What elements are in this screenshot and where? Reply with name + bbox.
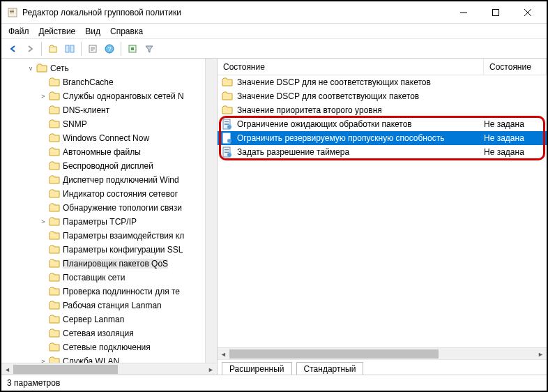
menu-action[interactable]: Действие xyxy=(39,27,76,36)
svg-rect-2 xyxy=(10,11,14,12)
tree-item[interactable]: >Параметры TCP/IP xyxy=(1,215,217,229)
policy-row[interactable]: Значение приоритета второго уровня xyxy=(218,103,547,117)
tree-item-label: Сетевые подключения xyxy=(63,342,151,352)
tree-item[interactable]: Планировщик пакетов QoS xyxy=(1,257,217,271)
tree-hscroll[interactable]: ◄ ► xyxy=(1,363,217,375)
tree-item[interactable]: Параметры взаимодействия кл xyxy=(1,229,217,243)
options-button[interactable] xyxy=(125,41,140,56)
tree-item-label: Планировщик пакетов QoS xyxy=(63,259,168,269)
menu-view[interactable]: Вид xyxy=(85,27,100,36)
minimize-button[interactable] xyxy=(448,2,480,23)
toolbar-separator xyxy=(81,42,82,56)
export-button[interactable] xyxy=(85,41,100,56)
menu-file[interactable]: Файл xyxy=(8,27,29,36)
menu-help[interactable]: Справка xyxy=(110,27,143,36)
tree[interactable]: vСетьBranchCache>Службы одноранговых сет… xyxy=(1,59,217,371)
list-hscroll[interactable]: ◄ ► xyxy=(218,347,547,359)
svg-rect-17 xyxy=(224,121,229,122)
policy-row[interactable]: Ограничение ожидающих обработки пакетовН… xyxy=(218,117,547,131)
folder-icon xyxy=(49,105,60,115)
tree-item[interactable]: Параметры конфигурации SSL xyxy=(1,243,217,257)
folder-icon xyxy=(49,175,60,185)
help-button[interactable]: ? xyxy=(102,41,117,56)
folder-icon xyxy=(49,203,60,213)
policy-name: Значение приоритета второго уровня xyxy=(237,105,484,115)
folder-icon xyxy=(49,273,60,282)
svg-rect-5 xyxy=(493,9,499,15)
chevron-right-icon[interactable]: > xyxy=(39,93,47,100)
policy-name: Задать разрешение таймера xyxy=(237,147,484,157)
tab-standard[interactable]: Стандартный xyxy=(296,362,364,375)
folder-icon xyxy=(49,161,60,171)
tree-item[interactable]: BranchCache xyxy=(1,75,217,89)
close-button[interactable] xyxy=(512,2,544,23)
chevron-down-icon[interactable]: v xyxy=(26,65,35,72)
window-title: Редактор локальной групповой политики xyxy=(22,8,448,17)
chevron-right-icon[interactable]: > xyxy=(39,218,47,225)
tree-item[interactable]: Обнаружение топологии связи xyxy=(1,201,217,215)
policy-row[interactable]: Значение DSCP для соответствующих пакето… xyxy=(218,89,547,103)
folder-icon xyxy=(49,301,60,310)
tree-item-label: Поставщик сети xyxy=(63,273,125,282)
svg-rect-18 xyxy=(224,123,229,123)
policy-row[interactable]: Значение DSCP для не соответствующих пак… xyxy=(218,75,547,89)
folder-icon xyxy=(49,329,60,338)
svg-rect-8 xyxy=(50,47,56,52)
tree-item-label: Беспроводной дисплей xyxy=(63,161,153,171)
tree-item-label: Индикатор состояния сетевог xyxy=(63,189,178,199)
toolbar-separator xyxy=(121,42,121,56)
policy-name: Значение DSCP для не соответствующих пак… xyxy=(237,77,484,87)
tree-item[interactable]: SNMP xyxy=(1,117,217,131)
up-button[interactable] xyxy=(45,41,61,56)
policy-state: Не задана xyxy=(484,133,547,143)
tree-item[interactable]: Сетевые подключения xyxy=(1,340,217,354)
tree-item[interactable]: Поставщик сети xyxy=(1,271,217,285)
tree-item[interactable]: Беспроводной дисплей xyxy=(1,159,217,173)
tree-item[interactable]: Проверка подлинности для те xyxy=(1,285,217,299)
folder-icon xyxy=(36,63,47,73)
tree-item[interactable]: Диспетчер подключений Wind xyxy=(1,173,217,187)
folder-icon xyxy=(49,259,60,269)
svg-text:?: ? xyxy=(107,45,111,52)
tree-scrollbar[interactable] xyxy=(205,59,217,363)
tree-item-label: Параметры взаимодействия кл xyxy=(63,231,184,241)
tree-item-label: Параметры конфигурации SSL xyxy=(63,245,183,255)
view-tabs: Расширенный Стандартный xyxy=(218,359,547,375)
tree-item-label: Обнаружение топологии связи xyxy=(63,203,182,213)
policy-name: Значение DSCP для соответствующих пакето… xyxy=(237,91,484,101)
tab-extended[interactable]: Расширенный xyxy=(222,362,292,375)
maximize-button[interactable] xyxy=(480,2,512,23)
tree-item[interactable]: Сервер Lanman xyxy=(1,312,217,326)
policy-list[interactable]: Значение DSCP для не соответствующих пак… xyxy=(218,75,547,347)
column-header-setting[interactable]: Состояние xyxy=(218,59,484,75)
folder-icon xyxy=(49,133,60,143)
folder-icon xyxy=(222,77,233,88)
svg-point-30 xyxy=(227,153,231,157)
show-hide-pane-button[interactable] xyxy=(62,41,77,56)
folder-icon xyxy=(49,189,60,199)
policy-name: Ограничить резервируемую пропускную спос… xyxy=(237,133,484,143)
list-header: Состояние Состояние xyxy=(218,59,547,75)
policy-row[interactable]: Ограничить резервируемую пропускную спос… xyxy=(218,131,547,145)
policy-icon xyxy=(222,146,233,158)
svg-rect-22 xyxy=(224,135,229,136)
tree-item[interactable]: Автономные файлы xyxy=(1,145,217,159)
tree-item-label: SNMP xyxy=(63,119,87,129)
tree-item[interactable]: Индикатор состояния сетевог xyxy=(1,187,217,201)
policy-row[interactable]: Задать разрешение таймераНе задана xyxy=(218,145,547,159)
filter-button[interactable] xyxy=(142,41,157,56)
tree-item-label: Windows Connect Now xyxy=(63,133,149,143)
column-header-state[interactable]: Состояние xyxy=(484,59,547,75)
back-button[interactable] xyxy=(6,41,21,56)
app-icon xyxy=(7,7,18,18)
tree-item-root[interactable]: vСеть xyxy=(1,61,217,75)
tree-item[interactable]: Windows Connect Now xyxy=(1,131,217,145)
folder-icon xyxy=(49,231,60,241)
tree-item[interactable]: >Службы одноранговых сетей N xyxy=(1,89,217,103)
tree-item[interactable]: Сетевая изоляция xyxy=(1,326,217,340)
toolbar: ? xyxy=(1,39,547,59)
svg-rect-9 xyxy=(66,45,69,52)
forward-button[interactable] xyxy=(22,41,38,56)
tree-item[interactable]: DNS-клиент xyxy=(1,103,217,117)
tree-item[interactable]: Рабочая станция Lanman xyxy=(1,299,217,312)
